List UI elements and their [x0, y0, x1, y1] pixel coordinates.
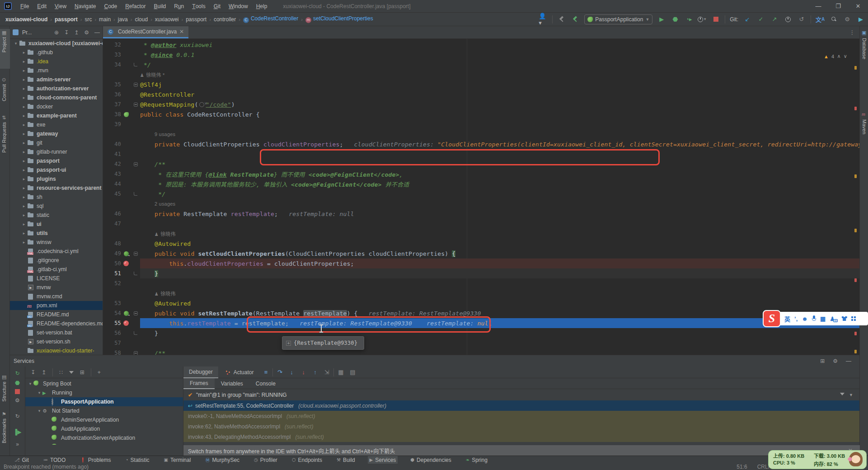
profiler-button[interactable]: ◔▸: [684, 15, 693, 24]
layout-settings-icon[interactable]: ▤: [347, 369, 357, 376]
editor-tab-options-icon[interactable]: ⋮: [845, 26, 859, 38]
code-line-43[interactable]: 43 * 在这里只使用 {@link RestTemplate} 而不使用 <c…: [103, 169, 859, 179]
code-editor[interactable]: 32 * @author xuxiaowei33 * @since 0.0.13…: [103, 39, 859, 355]
tree-item-license[interactable]: LICENSE: [10, 274, 103, 283]
sogou-logo-icon[interactable]: S: [763, 310, 781, 327]
tree-item-set-version-bat[interactable]: set-version.bat: [10, 328, 103, 337]
build-hammer-icon[interactable]: [558, 16, 565, 23]
tree-item-utils[interactable]: ▸utils: [10, 229, 103, 238]
stripe-tab-pull-requests[interactable]: Pull Requests: [1, 122, 7, 153]
code-inlay-row[interactable]: ♟徐晓伟: [103, 288, 859, 298]
stripe-tab-structure[interactable]: Structure: [1, 381, 7, 402]
breadcrumb-xuxiaowei-cloud[interactable]: xuxiaowei-cloud: [5, 16, 47, 23]
menu-git[interactable]: Git: [210, 0, 225, 13]
fold-marker-end[interactable]: [131, 63, 140, 66]
expand-plus-icon[interactable]: +: [286, 341, 291, 346]
stripe-tab-bookmarks[interactable]: Bookmarks: [1, 418, 7, 443]
ime-language-mode[interactable]: 英: [784, 315, 790, 323]
gutter-breakpoint-icon[interactable]: [121, 320, 131, 326]
build-module-hammer-icon[interactable]: [572, 16, 578, 23]
tab-debugger[interactable]: Debugger: [183, 367, 218, 378]
project-panel-title[interactable]: Pr...: [22, 29, 32, 36]
expand-all-icon[interactable]: ↧: [64, 29, 69, 36]
debugger-value-tooltip[interactable]: + {RestTemplate@9330}: [282, 336, 364, 350]
restore-button[interactable]: ❐: [828, 0, 848, 12]
gutter-breakpoint-icon[interactable]: [121, 261, 131, 266]
stop-button[interactable]: [713, 17, 718, 22]
fold-marker-start[interactable]: [131, 351, 140, 355]
stack-frame[interactable]: invoke:43, DelegatingMethodAccessorImpl(…: [183, 432, 859, 442]
service-spring-boot[interactable]: ▾Spring Boot: [25, 379, 183, 388]
menu-window[interactable]: Window: [225, 0, 252, 13]
gutter-autowired-icon[interactable]: [121, 311, 131, 316]
group-by-icon[interactable]: ∷: [59, 369, 63, 376]
code-line-46[interactable]: 46 private RestTemplate restTemplate; re…: [103, 209, 859, 219]
ime-toolbox-icon[interactable]: [851, 316, 856, 321]
tree-item--idea[interactable]: ▸.idea: [10, 57, 103, 66]
stop-service-icon[interactable]: [15, 389, 20, 394]
stack-frame[interactable]: invoke0:-1, NativeMethodAccessorImpl(sun…: [183, 411, 859, 421]
editor-tab-coderestcontroller[interactable]: C CodeRestController.java ✕: [103, 26, 188, 38]
breadcrumb-passport[interactable]: passport: [55, 16, 78, 23]
refresh-icon[interactable]: ↻: [15, 413, 19, 419]
tree-item-pom-xml[interactable]: mpom.xml: [10, 301, 103, 310]
breadcrumb-coderestcontroller[interactable]: CCodeRestController: [243, 15, 298, 23]
thread-status-row[interactable]: ✔ "main"@1 in group "main": RUNNING ▼: [183, 389, 859, 400]
fold-marker-end[interactable]: [131, 272, 140, 275]
debug-button[interactable]: ⬣: [671, 15, 680, 24]
menu-code[interactable]: Code: [100, 0, 121, 13]
breadcrumb-passport[interactable]: passport: [186, 16, 206, 23]
code-line-38[interactable]: 38public class CodeRestController {: [103, 109, 859, 119]
toolwindow-button-spring[interactable]: ❧Spring: [464, 456, 489, 464]
debug-service-icon[interactable]: ⬣: [15, 380, 19, 386]
breadcrumb-setcloudclientproperties[interactable]: msetCloudClientProperties: [305, 15, 373, 23]
code-line-51[interactable]: 51 }: [103, 268, 859, 278]
menu-tools[interactable]: Tools: [188, 0, 209, 13]
tree-item-set-version-sh[interactable]: ▶set-version.sh: [10, 337, 103, 346]
service-canalapplication[interactable]: CanalApplication: [25, 442, 183, 445]
toolwindow-button-dependencies[interactable]: ⬢Dependencies: [408, 456, 453, 464]
code-line-58[interactable]: 58 /**: [103, 348, 859, 355]
fold-marker-start[interactable]: [131, 103, 140, 107]
tree-item--gitignore[interactable]: .gitignore: [10, 256, 103, 265]
code-line-44[interactable]: 44 * 原因是: 本服务调用其他服务较少, 单独引入 <code>@Feign…: [103, 179, 859, 189]
run-to-cursor-icon[interactable]: ⇲: [322, 369, 332, 376]
service-authorizationserverapplication[interactable]: AuthorizationServerApplication: [25, 433, 183, 442]
ime-profile-icon[interactable]: ♟69: [830, 315, 837, 322]
ime-emoji-icon[interactable]: ☻: [802, 315, 808, 322]
colored-play-icon[interactable]: ▶: [856, 15, 865, 24]
search-everywhere-icon[interactable]: [831, 16, 837, 22]
tree-item-gitlab-runner[interactable]: ▸gitlab-runner: [10, 147, 103, 156]
menu-build[interactable]: Build: [150, 0, 170, 13]
force-step-into-icon[interactable]: ↓: [298, 369, 308, 376]
svc-expand-all-icon[interactable]: ↧: [31, 369, 35, 376]
toolwindow-button-statistic[interactable]: ◔Statistic: [124, 456, 151, 464]
hide-panel-icon[interactable]: —: [94, 29, 100, 36]
tree-item-docker[interactable]: ▸docker: [10, 102, 103, 111]
step-into-icon[interactable]: ↓: [286, 369, 296, 376]
fold-marker-end[interactable]: [131, 331, 140, 335]
code-inlay-row[interactable]: 9 usages: [103, 129, 859, 139]
code-line-32[interactable]: 32 * @author xuxiaowei: [103, 40, 859, 50]
code-line-48[interactable]: 48 @Autowired: [103, 239, 859, 249]
service-passportapplication[interactable]: PassportApplication: [25, 397, 183, 406]
tree-item-sh[interactable]: ▸sh: [10, 193, 103, 202]
git-update-icon[interactable]: ↙: [743, 15, 752, 24]
code-inlay-row[interactable]: 2 usages: [103, 199, 859, 209]
code-line-37[interactable]: 37@RequestMapping("/code"): [103, 99, 859, 109]
float-mode-icon[interactable]: ⊞: [820, 358, 825, 364]
error-stripe-error[interactable]: [854, 278, 857, 282]
tab-frames[interactable]: Frames: [183, 378, 215, 389]
breadcrumb-controller[interactable]: controller: [214, 16, 236, 23]
stripe-tab-maven[interactable]: Maven: [862, 119, 867, 134]
more-icon[interactable]: »: [16, 441, 19, 447]
tab-actuator[interactable]: Actuator: [220, 367, 259, 378]
tree-item-sql[interactable]: ▸sql: [10, 202, 103, 211]
minimize-button[interactable]: —: [808, 0, 828, 12]
new-frame-icon[interactable]: ⊞: [80, 369, 84, 376]
stripe-tab-project[interactable]: Project: [1, 37, 7, 52]
toolwindow-button-problems[interactable]: ❗Problems: [78, 456, 113, 464]
tree-item-example-parent[interactable]: ▸example-parent: [10, 111, 103, 120]
code-line-53[interactable]: 53 @Autowired: [103, 298, 859, 308]
code-inlay-row[interactable]: ♟徐晓伟: [103, 229, 859, 239]
